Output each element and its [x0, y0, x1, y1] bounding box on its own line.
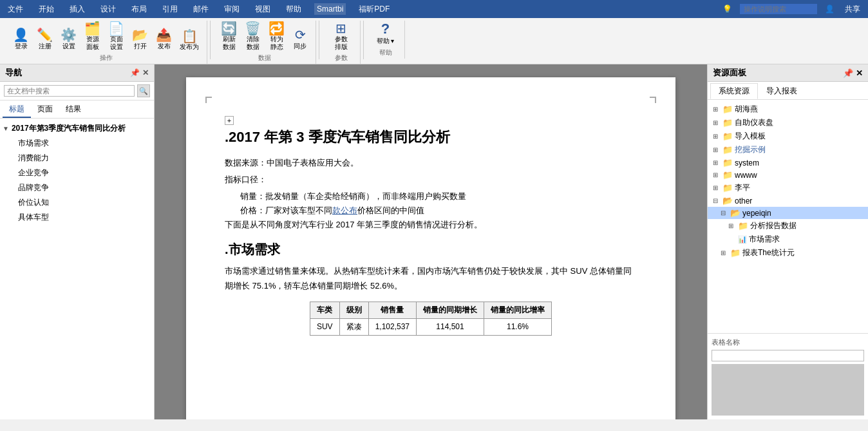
table-name-input[interactable]	[712, 350, 864, 361]
res-expand-icon: ⊞	[713, 159, 721, 166]
param-layout-button[interactable]: ⊞ 参数排版	[331, 21, 352, 52]
resource-tab-system[interactable]: 系统资源	[710, 83, 758, 99]
res-folder-icon: 📁	[722, 145, 733, 155]
publish-as-button[interactable]: 📋 发布为	[177, 28, 202, 52]
convert-static-button[interactable]: 🔁 转为静态	[266, 21, 287, 52]
ribbon-separator-3	[363, 21, 364, 59]
nav-tree-item-brand[interactable]: 品牌竞争	[0, 180, 154, 195]
help-button[interactable]: ? 帮助 ▾	[374, 21, 397, 47]
menu-file[interactable]: 文件	[5, 3, 26, 16]
nav-tree: ▼ 2017年第3季度汽车销售同比分析 市场需求 消费能力 企业竞争 品牌竞争 …	[0, 119, 154, 419]
table-header-yoy-increase: 销量的同期增长	[417, 302, 484, 318]
menu-insert[interactable]: 插入	[67, 3, 88, 16]
res-item-report-stats[interactable]: ⊞ 📁 报表The统计元	[708, 246, 868, 260]
register-button[interactable]: ✏️ 注册	[34, 27, 55, 52]
open-button[interactable]: 📂 打开	[129, 27, 151, 52]
doc-section-market: .市场需求	[225, 241, 637, 258]
doc-indicator-1: 销量：批发销量（车企卖给经销商），而非终端用户购买数量	[225, 191, 637, 202]
help-icon: ?	[381, 22, 390, 36]
res-expand-icon: ⊞	[728, 222, 736, 229]
table-cell-level: 紧凑	[339, 318, 368, 335]
nav-tree-root-item[interactable]: ▼ 2017年第3季度汽车销售同比分析	[0, 121, 154, 136]
res-expand-icon: ⊟	[713, 197, 721, 204]
res-folder-icon: 📁	[722, 158, 733, 168]
nav-tree-item-market[interactable]: 市场需求	[0, 136, 154, 151]
nav-panel: 导航 📌 ✕ 🔍 标题 页面 结果 ▼ 2017年第3季度汽车销售同比分析 市场…	[0, 64, 155, 419]
res-item-liping[interactable]: ⊞ 📁 李平	[708, 181, 868, 195]
menu-view[interactable]: 视图	[252, 3, 273, 16]
doc-indicator-2: 价格：厂家对该车型不同款公布价格区间的中间值	[225, 205, 637, 216]
doc-area[interactable]: + .2017 年第 3 季度汽车销售同比分析 数据来源：中国电子表格应用大会。…	[155, 64, 707, 419]
table-cell-yoy-rate: 11.6%	[484, 318, 552, 335]
settings-button[interactable]: ⚙️ 设置	[58, 27, 79, 52]
nav-title: 导航	[5, 67, 22, 79]
share-button[interactable]: 共享	[842, 3, 863, 16]
resource-panel: 资源面板 📌 ✕ 系统资源 导入报表 ⊞ 📁 胡海燕 ⊞ 📁 自助仪表盘	[707, 64, 868, 419]
nav-search-input[interactable]	[4, 85, 135, 97]
nav-tree-item-price[interactable]: 价位认知	[0, 195, 154, 210]
res-item-system[interactable]: ⊞ 📁 system	[708, 157, 868, 169]
nav-tree-item-enterprise[interactable]: 企业竞争	[0, 166, 154, 180]
login-icon: 👤	[13, 28, 29, 41]
nav-pin-icon[interactable]: 📌	[130, 68, 140, 77]
menu-mail[interactable]: 邮件	[191, 3, 211, 16]
resource-tab-import[interactable]: 导入报表	[758, 83, 806, 99]
price-link[interactable]: 款公布	[332, 206, 357, 215]
resource-close-icon[interactable]: ✕	[856, 68, 863, 78]
res-expand-icon: ⊟	[721, 209, 728, 216]
publish-button[interactable]: 📤 发布	[153, 27, 175, 52]
nav-tab-page[interactable]: 页面	[31, 102, 59, 118]
res-item-huhaiyan[interactable]: ⊞ 📁 胡海燕	[708, 102, 868, 116]
res-item-mining[interactable]: ⊞ 📁 挖掘示例	[708, 143, 868, 157]
login-button[interactable]: 👤 登录	[10, 27, 32, 52]
nav-tab-title[interactable]: 标题	[3, 102, 31, 118]
clear-data-button[interactable]: 🗑️ 清除数据	[242, 21, 263, 52]
nav-search-button[interactable]: 🔍	[137, 84, 150, 97]
doc-table: 车类 级别 销售量 销量的同期增长 销量的同比增率 SUV 紧凑 1,102,5…	[310, 302, 552, 336]
res-expand-icon: ⊞	[713, 119, 721, 126]
resource-panel-button[interactable]: 🗂️ 资源面板	[82, 21, 103, 52]
refresh-data-button[interactable]: 🔄 刷新数据	[218, 21, 240, 52]
res-item-import-template[interactable]: ⊞ 📁 导入模板	[708, 129, 868, 143]
res-item-wwww[interactable]: ⊞ 📁 wwww	[708, 169, 868, 181]
res-item-market-demand[interactable]: 📊 市场需求	[708, 233, 868, 246]
menu-foxitpdf[interactable]: 福昕PDF	[356, 3, 392, 16]
menu-design[interactable]: 设计	[98, 3, 118, 16]
res-expand-icon: ⊞	[713, 171, 721, 178]
resource-pin-icon[interactable]: 📌	[843, 68, 853, 78]
res-item-analysis-report[interactable]: ⊞ 📁 分析报告数据	[708, 219, 868, 233]
menu-layout[interactable]: 布局	[129, 3, 149, 16]
nav-tabs: 标题 页面 结果	[0, 101, 154, 119]
menu-reference[interactable]: 引用	[160, 3, 180, 16]
ribbon-separator-1	[210, 21, 211, 59]
menu-smartbi[interactable]: Smartbi	[314, 3, 346, 15]
res-expand-icon: ⊞	[721, 249, 728, 256]
nav-tree-item-model[interactable]: 具体车型	[0, 210, 154, 225]
resource-panel-icon: 🗂️	[84, 22, 100, 35]
nav-tree-item-consume[interactable]: 消费能力	[0, 151, 154, 166]
res-item-other[interactable]: ⊟ 📂 other	[708, 195, 868, 207]
res-folder-icon: 📁	[722, 170, 733, 180]
param-icon: ⊞	[335, 22, 346, 35]
nav-panel-header: 导航 📌 ✕	[0, 64, 154, 82]
search-icon: 💡	[720, 3, 735, 15]
ribbon-group-operation: 👤 登录 ✏️ 注册 ⚙️ 设置 🗂️ 资源面板 📄 页面设置	[5, 21, 207, 64]
res-folder-icon: 📁	[730, 248, 741, 258]
expand-button[interactable]: +	[225, 116, 234, 125]
nav-close-icon[interactable]: ✕	[142, 68, 149, 77]
publish-icon: 📤	[156, 28, 172, 41]
sync-button[interactable]: ⟳ 同步	[290, 27, 310, 52]
menu-review[interactable]: 审阅	[222, 3, 242, 16]
nav-search-area: 🔍	[0, 82, 154, 101]
res-expand-icon: ⊞	[713, 184, 721, 191]
menu-home[interactable]: 开始	[36, 3, 57, 16]
ribbon: 👤 登录 ✏️ 注册 ⚙️ 设置 🗂️ 资源面板 📄 页面设置	[0, 18, 868, 64]
res-item-yepeiqin[interactable]: ⊟ 📂 yepeiqin	[708, 207, 868, 219]
page-setup-button[interactable]: 📄 页面设置	[106, 21, 127, 52]
menu-help[interactable]: 帮助	[283, 3, 304, 16]
res-item-dashboard[interactable]: ⊞ 📁 自助仪表盘	[708, 116, 868, 129]
nav-tab-result[interactable]: 结果	[59, 102, 88, 118]
ribbon-group-help: ? 帮助 ▾ 帮助	[366, 21, 405, 59]
res-file-icon: 📊	[738, 235, 747, 244]
operation-search-input[interactable]	[740, 4, 817, 14]
